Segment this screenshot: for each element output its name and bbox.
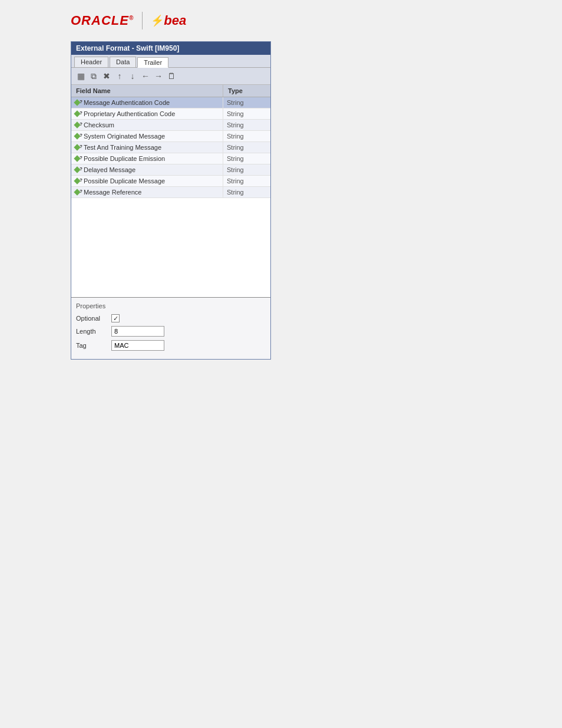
row-type: String [223, 97, 270, 108]
field-icon: ? [75, 111, 80, 116]
row-type: String [223, 142, 270, 153]
field-icon: ? [75, 134, 80, 139]
col-type: Type [223, 85, 270, 97]
tab-trailer[interactable]: Trailer [137, 57, 168, 68]
bea-text: bea [164, 13, 186, 28]
table-row[interactable]: ? Checksum String [71, 120, 270, 131]
tag-row: Tag [76, 340, 266, 351]
row-field: ? Delayed Message [71, 164, 223, 175]
row-field: ? Possible Duplicate Emission [71, 153, 223, 164]
row-field: ? Message Authentication Code [71, 97, 223, 108]
table-row[interactable]: ? Message Reference String [71, 187, 270, 198]
table-row[interactable]: ? Possible Duplicate Message String [71, 176, 270, 187]
bea-lightning-icon: ⚡ [151, 14, 164, 27]
length-row: Length [76, 326, 266, 337]
col-field-name: Field Name [71, 85, 223, 97]
delete-button[interactable]: ✖ [101, 70, 113, 82]
field-icon: ? [75, 190, 80, 195]
down-button[interactable]: ↓ [127, 70, 138, 82]
row-field: ? Proprietary Authentication Code [71, 108, 223, 119]
oracle-logo: ORACLE® [71, 13, 134, 28]
table-row[interactable]: ? Delayed Message String [71, 164, 270, 176]
page-wrapper: ORACLE® ⚡ bea External Format - Swift [I… [0, 0, 562, 728]
main-window: External Format - Swift [IM950] Header D… [71, 41, 271, 360]
oracle-text: ORACLE [71, 13, 129, 28]
logo-area: ORACLE® ⚡ bea [71, 12, 550, 29]
table-row[interactable]: ? Test And Training Message String [71, 142, 270, 153]
row-field: ? Checksum [71, 120, 223, 130]
table-area: Field Name Type ? Message Authentication… [71, 85, 270, 297]
window-title: External Format - Swift [IM950] [76, 44, 179, 52]
field-icon: ? [75, 167, 80, 172]
copy-button[interactable]: ⧉ [88, 70, 100, 82]
oracle-reg: ® [129, 15, 134, 21]
tabs-bar: Header Data Trailer [71, 55, 270, 68]
table-header: Field Name Type [71, 85, 270, 97]
row-type: String [223, 131, 270, 141]
window-title-bar: External Format - Swift [IM950] [71, 42, 270, 55]
properties-legend: Properties [76, 302, 266, 309]
left-button[interactable]: ← [140, 70, 151, 82]
toolbar: ▦ ⧉ ✖ ↑ ↓ ← → 🗒 [71, 68, 270, 85]
row-field: ? Message Reference [71, 187, 223, 197]
table-row[interactable]: ? Proprietary Authentication Code String [71, 108, 270, 120]
properties-section: Properties Optional ✓ Length Tag [71, 297, 270, 359]
tag-label: Tag [76, 342, 111, 349]
field-icon: ? [75, 123, 80, 127]
length-input[interactable] [111, 326, 164, 337]
field-icon: ? [75, 156, 80, 161]
table-row[interactable]: ? Message Authentication Code String [71, 97, 270, 108]
bea-logo: ⚡ bea [151, 13, 186, 28]
row-type: String [223, 120, 270, 130]
empty-table-space [71, 198, 270, 292]
optional-checkbox[interactable]: ✓ [111, 314, 120, 322]
tab-header[interactable]: Header [74, 57, 108, 67]
logo-divider [142, 12, 143, 29]
row-type: String [223, 187, 270, 197]
row-type: String [223, 164, 270, 175]
optional-label: Optional [76, 315, 111, 322]
up-button[interactable]: ↑ [114, 70, 125, 82]
row-type: String [223, 108, 270, 119]
field-icon: ? [75, 145, 80, 150]
row-field: ? System Originated Message [71, 131, 223, 141]
field-icon: ? [75, 100, 80, 105]
field-icon: ? [75, 179, 80, 183]
row-type: String [223, 176, 270, 186]
tab-data[interactable]: Data [110, 57, 136, 67]
add-button[interactable]: ▦ [75, 70, 87, 82]
right-button[interactable]: → [153, 70, 164, 82]
tag-input[interactable] [111, 340, 164, 351]
optional-row: Optional ✓ [76, 314, 266, 322]
view-button[interactable]: 🗒 [166, 70, 177, 82]
length-label: Length [76, 328, 111, 335]
table-row[interactable]: ? Possible Duplicate Emission String [71, 153, 270, 164]
row-type: String [223, 153, 270, 164]
row-field: ? Test And Training Message [71, 142, 223, 153]
table-row[interactable]: ? System Originated Message String [71, 131, 270, 142]
row-field: ? Possible Duplicate Message [71, 176, 223, 186]
